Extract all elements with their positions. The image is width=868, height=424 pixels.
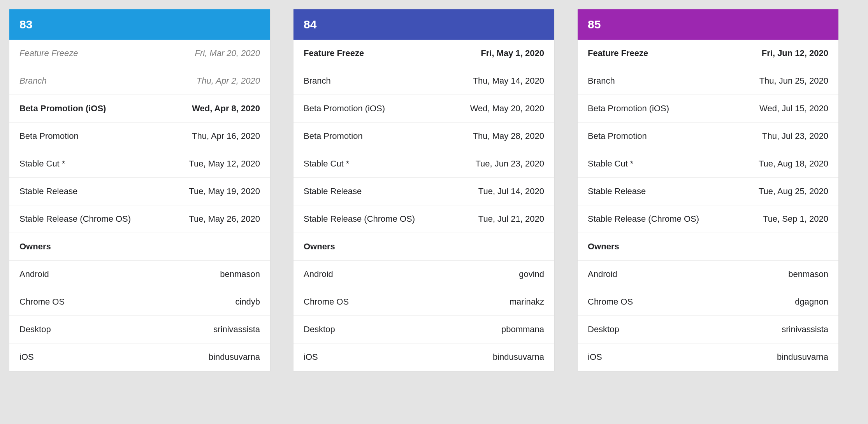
owner-name: benmason — [788, 269, 828, 279]
owner-platform: iOS — [19, 352, 34, 362]
milestone-date: Tue, Jul 14, 2020 — [478, 186, 544, 196]
milestone-date: Thu, May 28, 2020 — [473, 131, 544, 141]
milestone-label: Beta Promotion — [588, 131, 647, 141]
owner-row: iOSbindusuvarna — [578, 343, 838, 371]
release-card: 85Feature FreezeFri, Jun 12, 2020BranchT… — [578, 9, 838, 371]
owner-platform: Chrome OS — [304, 297, 349, 307]
owner-name: pbommana — [501, 324, 544, 335]
milestone-row: BranchThu, Jun 25, 2020 — [578, 67, 838, 95]
milestone-label: Beta Promotion (iOS) — [304, 103, 385, 114]
milestone-date: Wed, May 20, 2020 — [470, 103, 544, 114]
milestone-label: Stable Cut * — [588, 159, 633, 169]
owner-row: Androidbenmason — [9, 261, 270, 288]
milestone-label: Stable Cut * — [19, 159, 65, 169]
milestone-row: Beta PromotionThu, Jul 23, 2020 — [578, 123, 838, 150]
milestone-label: Stable Release — [19, 186, 77, 196]
owner-row: Desktoppbommana — [293, 316, 554, 343]
milestone-row: BranchThu, Apr 2, 2020 — [9, 67, 270, 95]
owner-name: bindusuvarna — [209, 352, 260, 362]
release-version-header: 85 — [578, 9, 838, 40]
milestone-label: Branch — [19, 76, 47, 86]
owners-section-title: Owners — [293, 233, 554, 261]
milestone-row: Beta PromotionThu, Apr 16, 2020 — [9, 123, 270, 150]
owner-platform: iOS — [304, 352, 318, 362]
milestone-label: Stable Release (Chrome OS) — [304, 214, 415, 224]
milestone-date: Thu, Apr 16, 2020 — [192, 131, 260, 141]
owner-platform: Android — [304, 269, 333, 279]
owners-section-title: Owners — [578, 233, 838, 261]
owner-platform: Chrome OS — [588, 297, 633, 307]
milestone-row: Stable ReleaseTue, Jul 14, 2020 — [293, 178, 554, 205]
milestone-row: Feature FreezeFri, Jun 12, 2020 — [578, 40, 838, 67]
milestone-date: Tue, May 26, 2020 — [189, 214, 260, 224]
owner-platform: Desktop — [19, 324, 51, 335]
milestone-label: Branch — [304, 76, 331, 86]
milestone-row: Stable Release (Chrome OS)Tue, May 26, 2… — [9, 205, 270, 233]
owner-name: srinivassista — [782, 324, 828, 335]
milestone-row: Beta Promotion (iOS)Wed, Jul 15, 2020 — [578, 95, 838, 123]
owner-platform: Android — [588, 269, 617, 279]
owner-row: iOSbindusuvarna — [9, 343, 270, 371]
milestone-row: BranchThu, May 14, 2020 — [293, 67, 554, 95]
milestone-date: Thu, Apr 2, 2020 — [197, 76, 260, 86]
owner-name: srinivassista — [213, 324, 260, 335]
milestone-label: Stable Release — [588, 186, 646, 196]
milestone-row: Beta PromotionThu, May 28, 2020 — [293, 123, 554, 150]
milestone-label: Beta Promotion — [19, 131, 79, 141]
milestone-date: Wed, Apr 8, 2020 — [192, 103, 260, 114]
owner-row: iOSbindusuvarna — [293, 343, 554, 371]
release-version-header: 83 — [9, 9, 270, 40]
owner-row: Desktopsrinivassista — [9, 316, 270, 343]
milestone-label: Feature Freeze — [19, 48, 78, 58]
owner-name: bindusuvarna — [493, 352, 544, 362]
owner-platform: Desktop — [588, 324, 619, 335]
milestone-row: Stable Cut *Tue, Aug 18, 2020 — [578, 150, 838, 178]
milestone-label: Beta Promotion (iOS) — [19, 103, 106, 114]
milestone-row: Stable Cut *Tue, May 12, 2020 — [9, 150, 270, 178]
milestone-row: Beta Promotion (iOS)Wed, May 20, 2020 — [293, 95, 554, 123]
owner-row: Chrome OSdgagnon — [578, 288, 838, 316]
milestone-row: Stable Release (Chrome OS)Tue, Sep 1, 20… — [578, 205, 838, 233]
owner-platform: Android — [19, 269, 49, 279]
owner-platform: Desktop — [304, 324, 335, 335]
milestone-row: Stable Cut *Tue, Jun 23, 2020 — [293, 150, 554, 178]
milestone-date: Tue, Jun 23, 2020 — [475, 159, 544, 169]
owner-name: cindyb — [235, 297, 260, 307]
milestone-date: Wed, Jul 15, 2020 — [759, 103, 828, 114]
release-cards-container: 83Feature FreezeFri, Mar 20, 2020BranchT… — [9, 9, 859, 371]
milestone-date: Tue, May 19, 2020 — [189, 186, 260, 196]
milestone-date: Fri, Mar 20, 2020 — [195, 48, 260, 58]
milestone-date: Tue, Aug 25, 2020 — [759, 186, 828, 196]
milestone-label: Stable Release — [304, 186, 362, 196]
milestone-label: Stable Cut * — [304, 159, 349, 169]
owner-row: Desktopsrinivassista — [578, 316, 838, 343]
milestone-date: Fri, May 1, 2020 — [481, 48, 544, 58]
milestone-row: Beta Promotion (iOS)Wed, Apr 8, 2020 — [9, 95, 270, 123]
owners-section-title: Owners — [9, 233, 270, 261]
milestone-date: Fri, Jun 12, 2020 — [762, 48, 828, 58]
owner-row: Chrome OSmarinakz — [293, 288, 554, 316]
milestone-label: Stable Release (Chrome OS) — [19, 214, 131, 224]
owner-name: dgagnon — [795, 297, 828, 307]
owner-name: govind — [519, 269, 544, 279]
milestone-date: Tue, Jul 21, 2020 — [478, 214, 544, 224]
owner-row: Androidbenmason — [578, 261, 838, 288]
milestone-date: Thu, May 14, 2020 — [473, 76, 544, 86]
milestone-row: Stable ReleaseTue, Aug 25, 2020 — [578, 178, 838, 205]
milestone-row: Stable ReleaseTue, May 19, 2020 — [9, 178, 270, 205]
milestone-date: Thu, Jun 25, 2020 — [759, 76, 828, 86]
milestone-row: Feature FreezeFri, Mar 20, 2020 — [9, 40, 270, 67]
milestone-date: Tue, Sep 1, 2020 — [763, 214, 828, 224]
milestone-date: Tue, Aug 18, 2020 — [759, 159, 828, 169]
owner-platform: Chrome OS — [19, 297, 65, 307]
milestone-label: Feature Freeze — [304, 48, 364, 58]
release-card: 84Feature FreezeFri, May 1, 2020BranchTh… — [293, 9, 554, 371]
milestone-date: Tue, May 12, 2020 — [189, 159, 260, 169]
milestone-label: Beta Promotion — [304, 131, 363, 141]
owner-name: bindusuvarna — [777, 352, 828, 362]
owner-platform: iOS — [588, 352, 602, 362]
milestone-label: Feature Freeze — [588, 48, 648, 58]
release-version-header: 84 — [293, 9, 554, 40]
milestone-date: Thu, Jul 23, 2020 — [762, 131, 828, 141]
milestone-label: Stable Release (Chrome OS) — [588, 214, 699, 224]
